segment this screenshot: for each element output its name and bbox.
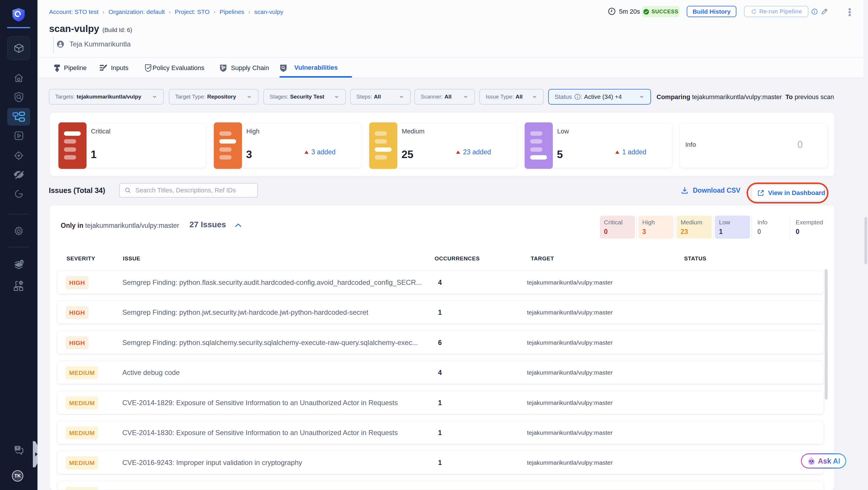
svg-text:?: ? — [16, 446, 19, 450]
